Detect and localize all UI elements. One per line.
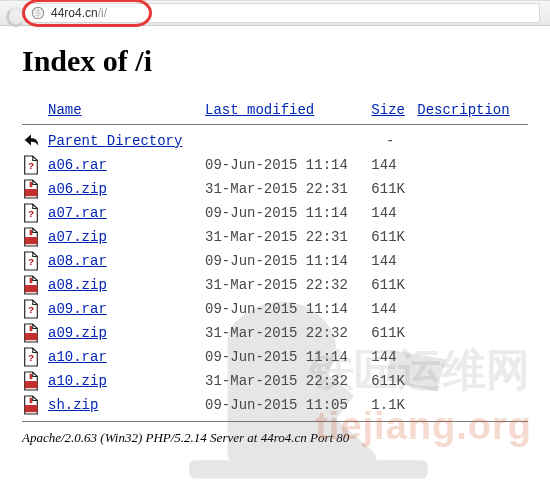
svg-rect-17 (25, 405, 38, 412)
file-size: 611K (371, 273, 417, 297)
file-link[interactable]: a08.rar (48, 253, 107, 269)
table-row: ? a09.rar09-Jun-2015 11:14144 (22, 297, 528, 321)
svg-rect-7 (30, 230, 33, 235)
file-link[interactable]: a09.zip (48, 325, 107, 341)
file-lastmod: 09-Jun-2015 11:05 (205, 393, 371, 417)
svg-rect-15 (25, 381, 38, 388)
file-link[interactable]: sh.zip (48, 397, 98, 413)
back-icon (22, 131, 40, 151)
file-link[interactable]: a10.zip (48, 373, 107, 389)
sort-size-link[interactable]: Size (371, 102, 405, 118)
svg-rect-4 (30, 182, 33, 187)
file-size: 611K (371, 369, 417, 393)
table-row-parent: Parent Directory - (22, 129, 528, 153)
svg-rect-18 (30, 398, 33, 403)
page-title: Index of /i (22, 44, 528, 78)
package-icon (22, 371, 40, 391)
svg-rect-13 (30, 326, 33, 331)
table-row: a06.zip31-Mar-2015 22:31611K (22, 177, 528, 201)
svg-text:?: ? (28, 353, 34, 364)
file-size: 1.1K (371, 393, 417, 417)
sort-lastmod-link[interactable]: Last modified (205, 102, 314, 118)
sort-desc-link[interactable]: Description (417, 102, 509, 118)
unknown-file-icon: ? (22, 347, 40, 367)
table-row: sh.zip09-Jun-2015 11:051.1K (22, 393, 528, 417)
package-icon (22, 179, 40, 199)
svg-text:?: ? (28, 305, 34, 316)
file-lastmod: 09-Jun-2015 11:14 (205, 249, 371, 273)
svg-text:?: ? (28, 161, 34, 172)
table-row: a10.zip31-Mar-2015 22:32611K (22, 369, 528, 393)
package-icon (22, 323, 40, 343)
unknown-file-icon: ? (22, 155, 40, 175)
address-bar: 44ro4.cn/i/ (0, 0, 550, 26)
file-size: 144 (371, 201, 417, 225)
unknown-file-icon: ? (22, 203, 40, 223)
table-row: ? a06.rar09-Jun-2015 11:14144 (22, 153, 528, 177)
file-link[interactable]: a07.zip (48, 229, 107, 245)
package-icon (22, 227, 40, 247)
file-lastmod: 09-Jun-2015 11:14 (205, 297, 371, 321)
table-header: Name Last modified Size Description (22, 100, 528, 120)
file-lastmod: 31-Mar-2015 22:32 (205, 369, 371, 393)
file-size: 144 (371, 249, 417, 273)
file-size: 611K (371, 321, 417, 345)
file-link[interactable]: a06.rar (48, 157, 107, 173)
file-lastmod: 09-Jun-2015 11:14 (205, 345, 371, 369)
file-lastmod: 09-Jun-2015 11:14 (205, 201, 371, 225)
file-lastmod: 31-Mar-2015 22:32 (205, 273, 371, 297)
file-size: 611K (371, 225, 417, 249)
svg-rect-16 (30, 374, 33, 379)
url-field[interactable]: 44ro4.cn/i/ (24, 3, 540, 23)
url-host: 44ro4.cn (51, 6, 98, 20)
svg-text:?: ? (28, 257, 34, 268)
file-lastmod: 31-Mar-2015 22:31 (205, 225, 371, 249)
file-link[interactable]: a10.rar (48, 349, 107, 365)
table-row: a07.zip31-Mar-2015 22:31611K (22, 225, 528, 249)
file-link[interactable]: a09.rar (48, 301, 107, 317)
parent-directory-link[interactable]: Parent Directory (48, 133, 182, 149)
svg-rect-3 (25, 189, 38, 196)
file-size: 144 (371, 153, 417, 177)
file-link[interactable]: a06.zip (48, 181, 107, 197)
svg-rect-1 (189, 460, 427, 478)
file-size: 144 (371, 345, 417, 369)
file-size: 611K (371, 177, 417, 201)
table-row: ? a10.rar09-Jun-2015 11:14144 (22, 345, 528, 369)
table-row: ? a08.rar09-Jun-2015 11:14144 (22, 249, 528, 273)
svg-rect-12 (25, 333, 38, 340)
file-lastmod: 09-Jun-2015 11:14 (205, 153, 371, 177)
file-link[interactable]: a08.zip (48, 277, 107, 293)
parent-size: - (371, 129, 417, 153)
package-icon (22, 395, 40, 415)
file-listing-table: Name Last modified Size Description Pare… (22, 100, 528, 426)
page-body: 铁匠运维网 tiejiang.org Index of /i Name Last… (0, 26, 550, 456)
package-icon (22, 275, 40, 295)
file-size: 144 (371, 297, 417, 321)
svg-rect-9 (25, 285, 38, 292)
table-row: a08.zip31-Mar-2015 22:32611K (22, 273, 528, 297)
server-signature: Apache/2.0.63 (Win32) PHP/5.2.14 Server … (22, 430, 528, 446)
url-path: /i/ (98, 6, 107, 20)
file-link[interactable]: a07.rar (48, 205, 107, 221)
table-row: a09.zip31-Mar-2015 22:32611K (22, 321, 528, 345)
file-lastmod: 31-Mar-2015 22:32 (205, 321, 371, 345)
globe-icon (31, 6, 45, 20)
file-lastmod: 31-Mar-2015 22:31 (205, 177, 371, 201)
svg-rect-10 (30, 278, 33, 283)
unknown-file-icon: ? (22, 251, 40, 271)
svg-rect-6 (25, 237, 38, 244)
sort-name-link[interactable]: Name (48, 102, 82, 118)
svg-text:?: ? (28, 209, 34, 220)
table-row: ? a07.rar09-Jun-2015 11:14144 (22, 201, 528, 225)
unknown-file-icon: ? (22, 299, 40, 319)
